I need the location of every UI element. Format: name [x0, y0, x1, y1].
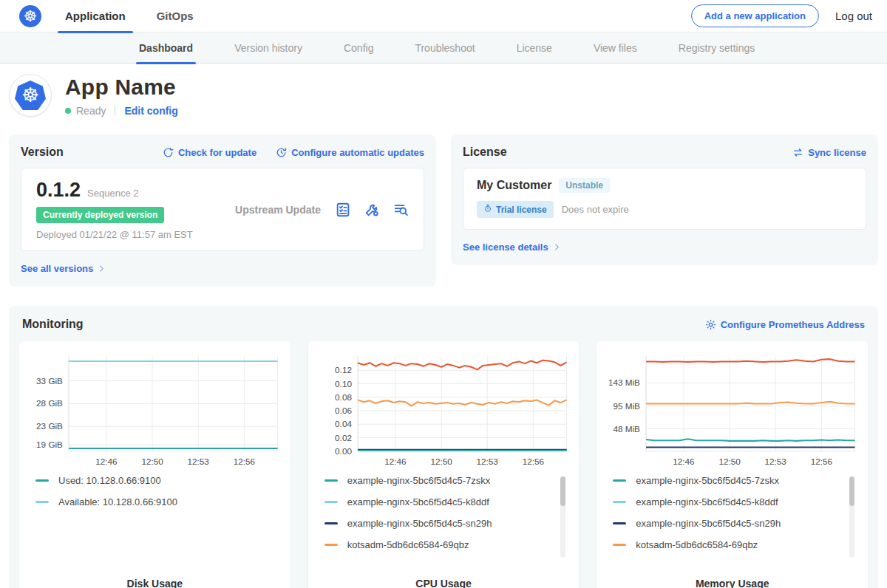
legend-dash-icon — [324, 522, 338, 524]
version-action-icons — [335, 202, 409, 218]
topnav-item-application[interactable]: Application — [65, 0, 126, 33]
gear-icon — [705, 319, 716, 330]
edit-config-link[interactable]: Edit config — [124, 105, 177, 117]
chart-title: Disk Usage — [28, 578, 282, 588]
legend-label: example-nginx-5bc6f5d4c5-sn29h — [347, 518, 492, 529]
legend-label: kotsadm-5db6dc6584-69qbz — [636, 539, 758, 550]
chart-title: CPU Usage — [317, 578, 571, 588]
logs-search-icon[interactable] — [392, 202, 409, 218]
add-application-button[interactable]: Add a new application — [691, 4, 819, 27]
app-tabs-nav: DashboardVersion historyConfigTroublesho… — [0, 33, 887, 64]
legend-label: example-nginx-5bc6f5d4c5-k8ddf — [636, 496, 778, 507]
svg-text:12:50: 12:50 — [141, 457, 163, 466]
svg-text:12:46: 12:46 — [673, 457, 695, 466]
stopwatch-icon — [483, 204, 492, 215]
tab-dashboard[interactable]: Dashboard — [139, 33, 193, 64]
legend-item: kotsadm-5db6dc6584-69qbz — [613, 539, 854, 550]
check-for-update-link[interactable]: Check for update — [163, 147, 256, 158]
svg-text:12:56: 12:56 — [234, 457, 255, 466]
svg-text:12:46: 12:46 — [95, 457, 117, 466]
app-header: ☸ App Name Ready Edit config — [0, 64, 887, 126]
customer-name: My Customer — [477, 179, 551, 192]
memory-usage-legend: example-nginx-5bc6f5d4c5-7zskxexample-ng… — [613, 475, 854, 568]
svg-text:23 GiB: 23 GiB — [36, 421, 63, 431]
logout-button[interactable]: Log out — [835, 10, 872, 22]
legend-dash-icon — [613, 479, 626, 482]
legend-label: example-nginx-5bc6f5d4c5-7zskx — [636, 475, 779, 486]
svg-text:143 MiB: 143 MiB — [608, 377, 640, 387]
subnav-tabs: DashboardVersion historyConfigTroublesho… — [139, 33, 796, 63]
legend-label: example-nginx-5bc6f5d4c5-sn29h — [636, 518, 781, 529]
memory-usage-plot: 143 MiB95 MiB48 MiB12:4612:5012:5312:56 — [605, 350, 859, 469]
legend-item: example-nginx-5bc6f5d4c5-k8ddf — [324, 496, 566, 507]
legend-item: example-nginx-5bc6f5d4c5-k8ddf — [613, 496, 854, 507]
chart-card-memory-usage: 143 MiB95 MiB48 MiB12:4612:5012:5312:56e… — [597, 341, 868, 588]
legend-item: example-nginx-5bc6f5d4c5-7zskx — [613, 475, 854, 486]
svg-text:0.10: 0.10 — [335, 379, 352, 389]
sync-license-link[interactable]: Sync license — [792, 147, 866, 158]
legend-label: example-nginx-5bc6f5d4c5-7zskx — [347, 475, 491, 486]
channel-badge: Unstable — [559, 178, 610, 193]
legend-label: example-nginx-5bc6f5d4c5-k8ddf — [347, 496, 489, 507]
svg-text:0.08: 0.08 — [335, 392, 352, 402]
svg-text:28 GiB: 28 GiB — [36, 398, 63, 408]
app-avatar: ☸ — [9, 74, 52, 117]
chart-title: Memory Usage — [605, 578, 859, 588]
see-all-versions-link[interactable]: See all versions — [21, 263, 106, 274]
wrench-gear-icon[interactable] — [364, 202, 380, 218]
charts-row: 33 GiB28 GiB23 GiB19 GiB12:4612:5012:531… — [19, 341, 868, 588]
tab-license[interactable]: License — [517, 33, 552, 64]
svg-text:12:53: 12:53 — [476, 457, 497, 466]
svg-text:0.12: 0.12 — [335, 365, 352, 375]
legend-label: Available: 10.128.0.66:9100 — [58, 496, 177, 507]
disk-usage-legend: Used: 10.128.0.66:9100Available: 10.128.… — [35, 475, 277, 568]
monitoring-title: Monitoring — [22, 318, 84, 331]
legend-item: example-nginx-5bc6f5d4c5-7zskx — [324, 475, 566, 486]
version-card: Version Check for update Configure autom… — [9, 134, 436, 287]
svg-text:12:56: 12:56 — [522, 457, 543, 466]
deployed-timestamp: Deployed 01/21/22 @ 11:57 am EST — [36, 229, 221, 240]
scrollbar-thumb[interactable] — [560, 476, 565, 506]
legend-dash-icon — [613, 522, 626, 524]
legend-scrollbar[interactable] — [849, 476, 854, 558]
svg-text:0.06: 0.06 — [335, 406, 352, 415]
clock-arrow-icon — [276, 147, 287, 158]
legend-dash-icon — [324, 479, 338, 482]
legend-item: Used: 10.128.0.66:9100 — [35, 475, 277, 486]
tab-view-files[interactable]: View files — [594, 33, 637, 64]
sync-icon — [792, 147, 803, 158]
tab-config[interactable]: Config — [344, 33, 373, 64]
scrollbar-thumb[interactable] — [849, 476, 854, 506]
version-source-label: Upstream Update — [221, 204, 335, 216]
tab-troubleshoot[interactable]: Troubleshoot — [415, 33, 475, 64]
legend-item: Available: 10.128.0.66:9100 — [35, 496, 277, 507]
topnav-item-gitops[interactable]: GitOps — [157, 0, 194, 33]
see-license-details-link[interactable]: See license details — [463, 242, 561, 253]
license-card: License Sync license My Customer Unstabl… — [451, 134, 878, 265]
svg-text:12:53: 12:53 — [765, 457, 786, 466]
svg-text:12:50: 12:50 — [719, 457, 741, 466]
expiry-label: Does not expire — [562, 204, 629, 215]
legend-dash-icon — [324, 501, 338, 503]
legend-item: kotsadm-5db6dc6584-69qbz — [324, 539, 566, 550]
checklist-icon[interactable] — [335, 202, 351, 218]
svg-text:12:46: 12:46 — [384, 457, 406, 466]
deployed-version-row: 0.1.2 Sequence 2 Currently deployed vers… — [21, 168, 424, 251]
svg-text:95 MiB: 95 MiB — [614, 401, 641, 411]
svg-text:12:53: 12:53 — [188, 457, 209, 466]
chevron-right-icon — [98, 264, 106, 273]
legend-scrollbar[interactable] — [560, 476, 565, 558]
ready-status-dot-icon — [65, 108, 71, 114]
cpu-usage-legend: example-nginx-5bc6f5d4c5-7zskxexample-ng… — [324, 475, 566, 568]
legend-dash-icon — [613, 501, 626, 503]
svg-text:0.02: 0.02 — [335, 433, 352, 442]
app-kubernetes-icon: ☸ — [15, 81, 46, 110]
configure-prometheus-link[interactable]: Configure Prometheus Address — [705, 319, 865, 330]
tab-registry-settings[interactable]: Registry settings — [679, 33, 755, 64]
kubernetes-logo-icon[interactable]: ☸ — [19, 5, 41, 27]
tab-version-history[interactable]: Version history — [234, 33, 302, 64]
legend-label: Used: 10.128.0.66:9100 — [58, 475, 161, 486]
svg-text:33 GiB: 33 GiB — [36, 376, 63, 386]
configure-automatic-updates-link[interactable]: Configure automatic updates — [276, 147, 424, 158]
legend-dash-icon — [35, 501, 49, 503]
